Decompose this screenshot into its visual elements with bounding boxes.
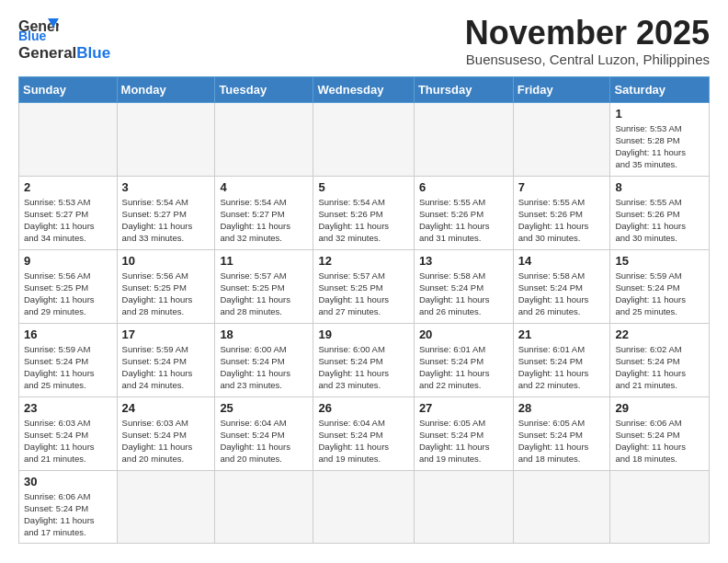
day-number: 19 [318, 327, 408, 341]
day-info: Sunrise: 6:06 AM Sunset: 5:24 PM Dayligh… [24, 490, 112, 539]
calendar-day-cell: 20Sunrise: 6:01 AM Sunset: 5:24 PM Dayli… [414, 323, 513, 396]
day-number: 4 [220, 180, 308, 194]
calendar-week-row: 2Sunrise: 5:53 AM Sunset: 5:27 PM Daylig… [19, 176, 710, 249]
calendar-day-cell: 17Sunrise: 5:59 AM Sunset: 5:24 PM Dayli… [117, 323, 215, 396]
calendar-week-row: 9Sunrise: 5:56 AM Sunset: 5:25 PM Daylig… [19, 249, 710, 323]
calendar-day-cell [117, 102, 215, 176]
day-info: Sunrise: 6:04 AM Sunset: 5:24 PM Dayligh… [318, 417, 408, 465]
day-info: Sunrise: 5:59 AM Sunset: 5:24 PM Dayligh… [122, 343, 210, 392]
calendar-day-cell: 13Sunrise: 5:58 AM Sunset: 5:24 PM Dayli… [414, 249, 513, 323]
calendar-week-row: 16Sunrise: 5:59 AM Sunset: 5:24 PM Dayli… [19, 323, 710, 396]
weekday-header-thursday: Thursday [414, 76, 513, 102]
calendar-day-cell: 2Sunrise: 5:53 AM Sunset: 5:27 PM Daylig… [19, 176, 118, 249]
calendar-title-area: November 2025 Buensuseso, Central Luzon,… [465, 15, 710, 67]
day-number: 28 [518, 401, 606, 415]
day-info: Sunrise: 6:01 AM Sunset: 5:24 PM Dayligh… [518, 343, 606, 392]
calendar-day-cell: 16Sunrise: 5:59 AM Sunset: 5:24 PM Dayli… [19, 323, 118, 396]
calendar-day-cell: 6Sunrise: 5:55 AM Sunset: 5:26 PM Daylig… [414, 176, 513, 249]
calendar-day-cell [117, 470, 215, 543]
day-info: Sunrise: 6:05 AM Sunset: 5:24 PM Dayligh… [518, 417, 606, 465]
logo-icon: General Blue [18, 15, 59, 42]
day-info: Sunrise: 5:54 AM Sunset: 5:27 PM Dayligh… [220, 196, 308, 245]
calendar-day-cell: 7Sunrise: 5:55 AM Sunset: 5:26 PM Daylig… [513, 176, 610, 249]
calendar-day-cell: 22Sunrise: 6:02 AM Sunset: 5:24 PM Dayli… [610, 323, 710, 396]
day-number: 8 [615, 180, 704, 194]
day-info: Sunrise: 6:02 AM Sunset: 5:24 PM Dayligh… [615, 343, 704, 392]
day-number: 1 [615, 107, 704, 121]
day-number: 13 [419, 254, 508, 268]
calendar-day-cell [414, 470, 513, 543]
day-number: 25 [220, 401, 308, 415]
calendar-day-cell: 1Sunrise: 5:53 AM Sunset: 5:28 PM Daylig… [610, 102, 710, 176]
day-number: 23 [24, 401, 112, 415]
day-info: Sunrise: 6:04 AM Sunset: 5:24 PM Dayligh… [220, 417, 308, 465]
day-info: Sunrise: 5:55 AM Sunset: 5:26 PM Dayligh… [419, 196, 508, 245]
calendar-day-cell: 9Sunrise: 5:56 AM Sunset: 5:25 PM Daylig… [19, 249, 118, 323]
calendar-day-cell [513, 102, 610, 176]
calendar-week-row: 1Sunrise: 5:53 AM Sunset: 5:28 PM Daylig… [19, 102, 710, 176]
weekday-header-sunday: Sunday [19, 76, 118, 102]
day-number: 16 [24, 327, 112, 341]
day-number: 26 [318, 401, 408, 415]
page-header: General Blue GeneralBlue November 2025 B… [18, 15, 710, 67]
day-number: 11 [220, 254, 308, 268]
calendar-day-cell: 28Sunrise: 6:05 AM Sunset: 5:24 PM Dayli… [513, 396, 610, 470]
day-info: Sunrise: 5:55 AM Sunset: 5:26 PM Dayligh… [518, 196, 606, 245]
calendar-day-cell: 4Sunrise: 5:54 AM Sunset: 5:27 PM Daylig… [215, 176, 313, 249]
weekday-header-wednesday: Wednesday [313, 76, 414, 102]
calendar-day-cell: 24Sunrise: 6:03 AM Sunset: 5:24 PM Dayli… [117, 396, 215, 470]
day-number: 6 [419, 180, 508, 194]
day-info: Sunrise: 5:56 AM Sunset: 5:25 PM Dayligh… [24, 270, 112, 318]
day-info: Sunrise: 5:54 AM Sunset: 5:27 PM Dayligh… [122, 196, 210, 245]
day-info: Sunrise: 6:01 AM Sunset: 5:24 PM Dayligh… [419, 343, 508, 392]
day-number: 5 [318, 180, 408, 194]
day-info: Sunrise: 5:58 AM Sunset: 5:24 PM Dayligh… [419, 270, 508, 318]
day-number: 3 [122, 180, 210, 194]
day-number: 30 [24, 475, 112, 488]
day-info: Sunrise: 6:06 AM Sunset: 5:24 PM Dayligh… [615, 417, 704, 465]
calendar-day-cell: 5Sunrise: 5:54 AM Sunset: 5:26 PM Daylig… [313, 176, 414, 249]
day-number: 9 [24, 254, 112, 268]
calendar-day-cell [414, 102, 513, 176]
month-title: November 2025 [465, 15, 710, 52]
day-info: Sunrise: 5:57 AM Sunset: 5:25 PM Dayligh… [318, 270, 408, 318]
day-info: Sunrise: 5:55 AM Sunset: 5:26 PM Dayligh… [615, 196, 704, 245]
day-number: 20 [419, 327, 508, 341]
calendar-day-cell: 3Sunrise: 5:54 AM Sunset: 5:27 PM Daylig… [117, 176, 215, 249]
calendar-day-cell: 26Sunrise: 6:04 AM Sunset: 5:24 PM Dayli… [313, 396, 414, 470]
calendar-day-cell [215, 470, 313, 543]
day-info: Sunrise: 6:05 AM Sunset: 5:24 PM Dayligh… [419, 417, 508, 465]
calendar-day-cell [215, 102, 313, 176]
location-title: Buensuseso, Central Luzon, Philippines [465, 52, 710, 67]
calendar-day-cell: 27Sunrise: 6:05 AM Sunset: 5:24 PM Dayli… [414, 396, 513, 470]
day-info: Sunrise: 5:59 AM Sunset: 5:24 PM Dayligh… [615, 270, 704, 318]
day-number: 14 [518, 254, 606, 268]
weekday-header-friday: Friday [513, 76, 610, 102]
day-info: Sunrise: 5:53 AM Sunset: 5:27 PM Dayligh… [24, 196, 112, 245]
day-info: Sunrise: 6:00 AM Sunset: 5:24 PM Dayligh… [318, 343, 408, 392]
calendar-day-cell: 15Sunrise: 5:59 AM Sunset: 5:24 PM Dayli… [610, 249, 710, 323]
calendar-day-cell: 14Sunrise: 5:58 AM Sunset: 5:24 PM Dayli… [513, 249, 610, 323]
calendar-day-cell: 18Sunrise: 6:00 AM Sunset: 5:24 PM Dayli… [215, 323, 313, 396]
calendar-day-cell: 10Sunrise: 5:56 AM Sunset: 5:25 PM Dayli… [117, 249, 215, 323]
calendar-day-cell [19, 102, 118, 176]
calendar-day-cell: 12Sunrise: 5:57 AM Sunset: 5:25 PM Dayli… [313, 249, 414, 323]
day-number: 10 [122, 254, 210, 268]
day-number: 21 [518, 327, 606, 341]
weekday-header-row: SundayMondayTuesdayWednesdayThursdayFrid… [19, 76, 710, 102]
day-number: 12 [318, 254, 408, 268]
day-info: Sunrise: 5:56 AM Sunset: 5:25 PM Dayligh… [122, 270, 210, 318]
day-number: 17 [122, 327, 210, 341]
logo: General Blue GeneralBlue [18, 15, 110, 63]
day-number: 2 [24, 180, 112, 194]
weekday-header-tuesday: Tuesday [215, 76, 313, 102]
day-info: Sunrise: 5:57 AM Sunset: 5:25 PM Dayligh… [220, 270, 308, 318]
calendar-day-cell: 29Sunrise: 6:06 AM Sunset: 5:24 PM Dayli… [610, 396, 710, 470]
day-info: Sunrise: 5:54 AM Sunset: 5:26 PM Dayligh… [318, 196, 408, 245]
calendar-day-cell: 25Sunrise: 6:04 AM Sunset: 5:24 PM Dayli… [215, 396, 313, 470]
calendar-day-cell [513, 470, 610, 543]
day-number: 29 [615, 401, 704, 415]
calendar-week-row: 30Sunrise: 6:06 AM Sunset: 5:24 PM Dayli… [19, 470, 710, 543]
calendar-day-cell [313, 102, 414, 176]
day-number: 24 [122, 401, 210, 415]
